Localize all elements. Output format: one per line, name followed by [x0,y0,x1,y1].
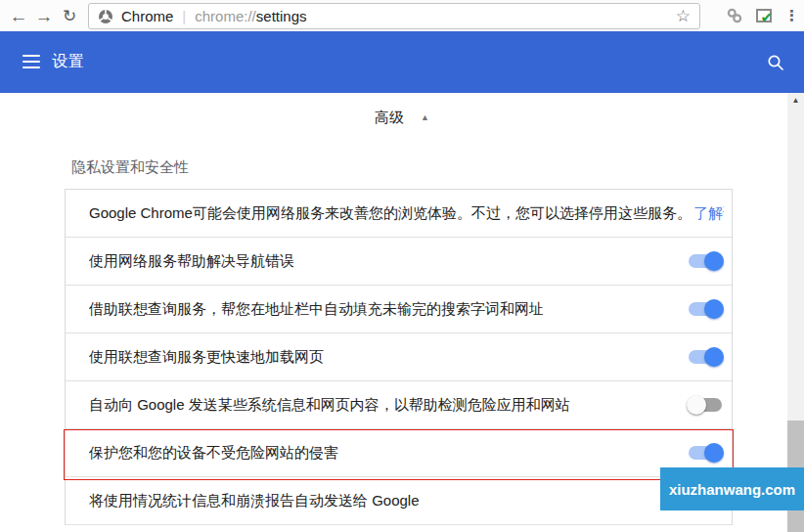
browser-menu-icon[interactable]: ⋮ [784,7,798,24]
toggle-switch[interactable] [687,299,724,319]
green-check-glyph: ✔ [760,10,773,24]
toggle-switch[interactable] [687,443,724,463]
forward-icon[interactable]: → [31,3,57,28]
chip-separator: | [182,8,186,24]
browser-window: ← → ↻ Chrome | chrome://settings ☆ [0,0,804,532]
intro-row: Google Chrome可能会使用网络服务来改善您的浏览体验。不过，您可以选择… [66,190,732,238]
scrollbar-up-arrow-icon[interactable]: ▲ [787,96,804,105]
toggle-switch[interactable] [687,347,724,367]
advanced-section-toggle[interactable]: 高级 ▲ [0,93,804,142]
settings-header: 设置 [0,31,804,93]
setting-row-preload-pages: 使用联想查询服务更快速地加载网页 [66,333,732,381]
setting-row-navigation-errors: 使用网络服务帮助解决导航错误 [66,238,732,286]
advanced-label: 高级 [375,109,404,127]
chrome-logo-icon [98,9,113,24]
toggle-knob [687,395,706,415]
back-icon[interactable]: ← [6,3,31,28]
chevron-up-icon: ▲ [421,112,429,122]
setting-row-report-to-google: 自动向 Google 发送某些系统信息和网页内容，以帮助检测危险应用和网站 [66,381,732,429]
address-bar[interactable]: Chrome | chrome://settings ☆ [88,3,700,29]
setting-row-usage-statistics: 将使用情况统计信息和崩溃报告自动发送给 Google [66,477,732,525]
toggle-knob [704,299,724,319]
setting-label: 保护您和您的设备不受危险网站的侵害 [89,444,687,463]
setting-label: 借助联想查询服务，帮您在地址栏中自动填充未输完的搜索字词和网址 [89,300,687,319]
url-text: chrome://settings [195,8,306,24]
setting-row-safe-browsing: 保护您和您的设备不受危险网站的侵害 [66,429,732,477]
bookmark-star-icon[interactable]: ☆ [676,8,691,24]
page-title: 设置 [52,52,85,72]
privacy-settings-card: Google Chrome可能会使用网络服务来改善您的浏览体验。不过，您可以选择… [65,189,733,525]
setting-label: 将使用情况统计信息和崩溃报告自动发送给 Google [89,492,724,510]
section-title-privacy: 隐私设置和安全性 [65,142,804,189]
link-extension-icon[interactable] [726,7,743,24]
setting-row-autocomplete: 借助联想查询服务，帮您在地址栏中自动填充未输完的搜索字词和网址 [66,286,732,333]
setting-label: 使用联想查询服务更快速地加载网页 [89,348,687,367]
settings-content: 高级 ▲ 隐私设置和安全性 Google Chrome可能会使用网络服务来改善您… [0,93,804,532]
site-chip: Chrome [121,8,173,24]
toggle-knob [704,347,724,367]
toolbar-extensions: ✔ ⋮ [726,0,798,31]
setting-label: 使用网络服务帮助解决导航错误 [89,252,687,271]
nav-buttons: ← → ↻ [0,3,82,28]
reload-icon[interactable]: ↻ [57,3,82,28]
toggle-switch[interactable] [687,395,724,415]
scrollbar[interactable]: ▲ [787,93,804,532]
watermark: xiuzhanwang.com [660,467,804,510]
intro-text: Google Chrome可能会使用网络服务来改善您的浏览体验。不过，您可以选择… [89,204,724,223]
toggle-knob [704,443,724,463]
learn-more-link[interactable]: 了解详情 [693,204,724,221]
search-icon[interactable] [765,52,786,73]
checkmark-extension-icon[interactable]: ✔ [756,9,772,22]
hamburger-menu-icon[interactable] [22,55,40,68]
toggle-switch[interactable] [687,251,724,271]
setting-label: 自动向 Google 发送某些系统信息和网页内容，以帮助检测危险应用和网站 [89,396,687,415]
toggle-knob [704,251,724,271]
browser-toolbar: ← → ↻ Chrome | chrome://settings ☆ [0,0,804,31]
